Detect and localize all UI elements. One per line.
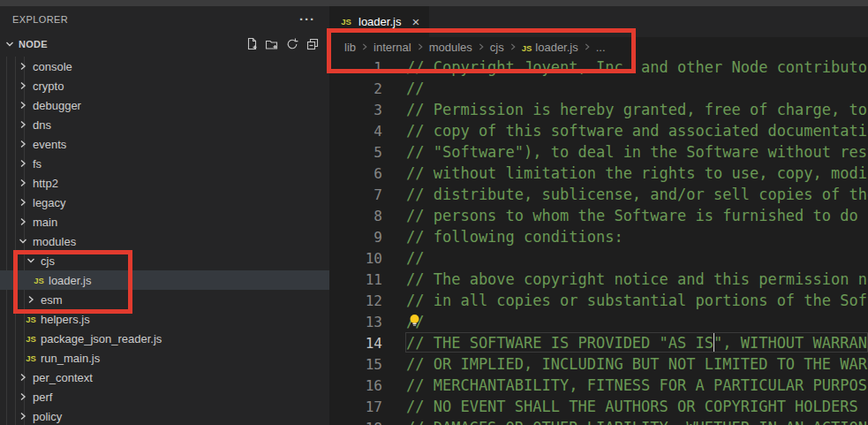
line-text: // Copyright Joyent, Inc. and other Node… xyxy=(406,58,868,76)
tree-item-crypto[interactable]: crypto xyxy=(0,76,329,95)
tree-item-label: main xyxy=(33,216,57,229)
line-text: // without limitation the rights to use,… xyxy=(406,164,868,182)
code-line: 6 // without limitation the rights to us… xyxy=(329,163,868,184)
tree-item-esm[interactable]: esm xyxy=(0,290,329,309)
chevron-right-icon xyxy=(16,59,30,73)
chevron-right-icon xyxy=(16,118,30,132)
tree-item-label: legacy xyxy=(33,196,66,209)
line-number: 13 xyxy=(329,314,406,330)
tree-item-package-json-reader-js[interactable]: JS package_json_reader.js xyxy=(0,329,329,348)
section-header-node[interactable]: NODE xyxy=(0,32,329,57)
code-line: 8 // persons to whom the Software is fur… xyxy=(329,205,868,226)
js-file-icon: JS xyxy=(24,334,38,344)
tree-item-cjs[interactable]: cjs xyxy=(0,251,329,270)
tree-item-label: helpers.js xyxy=(41,313,90,326)
more-actions-icon[interactable]: ··· xyxy=(299,15,315,24)
line-number: 11 xyxy=(329,271,406,288)
code-area[interactable]: 1 // Copyright Joyent, Inc. and other No… xyxy=(329,57,868,425)
tree-item-http2[interactable]: http2 xyxy=(0,173,329,193)
chevron-right-icon xyxy=(475,41,487,53)
tree-item-main[interactable]: main xyxy=(0,212,329,231)
line-text: // THE SOFTWARE IS PROVIDED "AS IS", WIT… xyxy=(406,334,868,352)
tree-item-label: cjs xyxy=(41,254,55,268)
code-line: 3 // Permission is hereby granted, free … xyxy=(329,99,868,120)
tree-item-label: loader.js xyxy=(49,274,91,287)
breadcrumb-item-loader-js[interactable]: JSloader.js xyxy=(522,41,578,54)
js-file-icon: JS xyxy=(339,17,353,27)
chevron-right-icon xyxy=(16,195,30,209)
tree-item-console[interactable]: console xyxy=(0,57,329,76)
code-line: 17 // NO EVENT SHALL THE AUTHORS OR COPY… xyxy=(329,396,868,417)
tree-item-modules[interactable]: modules xyxy=(0,231,329,251)
vscode-window: EXPLORER ··· NODE console crypto xyxy=(0,0,868,425)
tree-item-events[interactable]: events xyxy=(0,134,329,154)
code-line: 4 // copy of this software and associate… xyxy=(329,120,868,141)
line-number: 9 xyxy=(329,229,406,246)
section-actions xyxy=(245,37,320,51)
breadcrumb-item-lib[interactable]: lib xyxy=(344,41,356,54)
chevron-right-icon xyxy=(16,215,30,229)
breadcrumb-item-modules[interactable]: modules xyxy=(429,41,472,54)
breadcrumb-item--[interactable]: ... xyxy=(596,41,606,54)
new-file-icon[interactable] xyxy=(245,37,259,51)
tree-item-run-main-js[interactable]: JS run_main.js xyxy=(0,348,329,368)
tree-item-perf[interactable]: perf xyxy=(0,387,329,406)
chevron-right-icon xyxy=(24,292,38,307)
breadcrumb-item-internal[interactable]: internal xyxy=(374,41,411,54)
line-text: // xyxy=(406,249,424,267)
tree-item-loader-js[interactable]: JS loader.js xyxy=(0,270,329,290)
lightbulb-icon[interactable] xyxy=(407,313,422,329)
line-number: 17 xyxy=(329,398,406,415)
collapse-all-icon[interactable] xyxy=(306,37,320,51)
tree-item-dns[interactable]: dns xyxy=(0,115,329,134)
close-icon[interactable]: × xyxy=(411,16,419,28)
new-folder-icon[interactable] xyxy=(265,37,279,51)
code-line: 15 // OR IMPLIED, INCLUDING BUT NOT LIMI… xyxy=(329,353,868,375)
editor-group: JS loader.js × libinternalmodulescjsJSlo… xyxy=(329,6,868,425)
tree-item-per-context[interactable]: per_context xyxy=(0,368,329,387)
code-line: 14 // THE SOFTWARE IS PROVIDED "AS IS", … xyxy=(329,332,868,353)
breadcrumb: libinternalmodulescjsJSloader.js... xyxy=(329,37,868,57)
tree-item-policy[interactable]: policy xyxy=(0,406,329,425)
line-text: // copy of this software and associated … xyxy=(406,122,868,140)
code-line: 2 // xyxy=(329,78,868,99)
code-line: 1 // Copyright Joyent, Inc. and other No… xyxy=(329,57,868,78)
chevron-right-icon xyxy=(359,41,371,53)
chevron-right-icon xyxy=(16,137,30,151)
js-file-icon: JS xyxy=(32,276,46,285)
tree-item-label: dns xyxy=(33,118,51,132)
section-label: NODE xyxy=(19,39,245,49)
line-text: // xyxy=(406,80,424,97)
code-line: 16 // MERCHANTABILITY, FITNESS FOR A PAR… xyxy=(329,375,868,396)
tree-item-label: esm xyxy=(41,293,63,307)
chevron-right-icon xyxy=(16,176,30,190)
line-text: // OR IMPLIED, INCLUDING BUT NOT LIMITED… xyxy=(406,355,868,373)
tree-item-debugger[interactable]: debugger xyxy=(0,95,329,115)
chevron-right-icon xyxy=(16,409,30,423)
line-number: 14 xyxy=(329,335,406,352)
refresh-icon[interactable] xyxy=(285,37,299,51)
js-file-icon: JS xyxy=(24,353,38,363)
tree-item-legacy[interactable]: legacy xyxy=(0,193,329,212)
breadcrumb-item-cjs[interactable]: cjs xyxy=(490,41,504,54)
line-number: 16 xyxy=(329,377,406,394)
line-text: // The above copyright notice and this p… xyxy=(406,270,868,288)
line-number: 4 xyxy=(329,123,406,140)
line-number: 15 xyxy=(329,356,406,373)
explorer-title: EXPLORER xyxy=(12,14,68,25)
tree-item-fs[interactable]: fs xyxy=(0,154,329,173)
line-number: 5 xyxy=(329,144,406,161)
chevron-right-icon xyxy=(507,41,519,53)
js-file-icon: JS xyxy=(522,43,532,53)
tree-item-label: per_context xyxy=(33,371,93,384)
file-tree: console crypto debugger dns events fs xyxy=(0,57,329,425)
explorer-sidebar: EXPLORER ··· NODE console crypto xyxy=(0,6,329,425)
tree-item-helpers-js[interactable]: JS helpers.js xyxy=(0,309,329,329)
line-text: // in all copies or substantial portions… xyxy=(406,292,868,309)
tab-label: loader.js xyxy=(359,15,401,28)
tree-item-label: http2 xyxy=(33,177,58,190)
code-line: 12 // in all copies or substantial porti… xyxy=(329,290,868,311)
line-number: 1 xyxy=(329,59,406,76)
tab-loader-js[interactable]: JS loader.js × xyxy=(329,6,429,37)
line-number: 8 xyxy=(329,208,406,224)
